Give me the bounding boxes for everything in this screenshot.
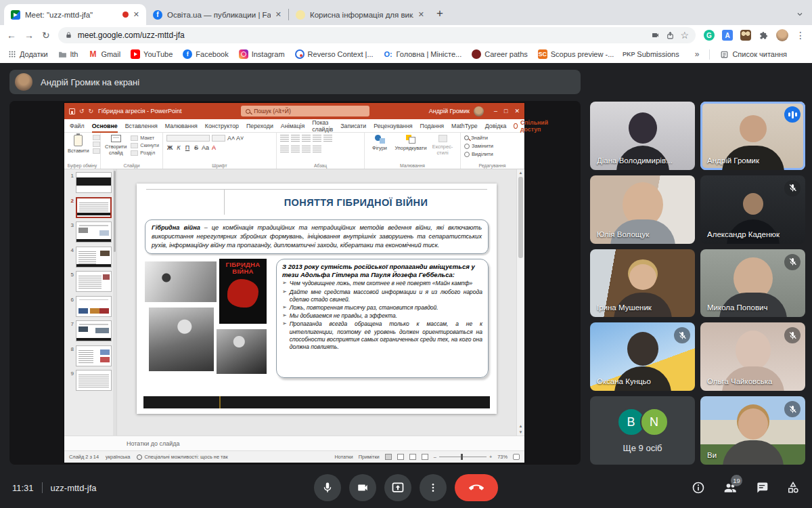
participant-tile[interactable]: Оксана Кунцьо (590, 322, 695, 391)
bookmark-reverso[interactable]: Reverso Context |... (295, 49, 374, 59)
address-bar[interactable]: meet.google.com/uzz-mttd-jfa ☆ (58, 27, 696, 43)
section-label: Розділ (140, 150, 155, 156)
clipboard-small-buttons (93, 135, 100, 154)
bookmark-gmail[interactable]: M Gmail (88, 49, 120, 59)
ribbon-tab-insert: Вставлення (125, 119, 158, 133)
comments-toggle: Примітки (359, 454, 380, 460)
presenting-banner: Андрій Громик на екрані (9, 70, 581, 94)
bullet-arrow-icon: ➢ (282, 320, 287, 351)
slide-thumb-2-selected: 2 (66, 197, 114, 218)
mic-button[interactable] (314, 474, 341, 501)
tab-close-icon[interactable]: ✕ (275, 10, 281, 19)
participant-tile-speaking[interactable]: Андрій Громик (700, 102, 805, 170)
arrange-button: Упорядкувати (394, 135, 427, 151)
slide-footer-bar (143, 396, 490, 408)
ppt-body: 1 2 3 4 (64, 169, 524, 436)
thumb-number: 8 (66, 345, 74, 352)
meeting-details-button[interactable] (692, 481, 705, 494)
tab-meet[interactable]: Meet: "uzz-mttd-jfa" ✕ (4, 4, 146, 25)
italic-button: К (175, 144, 182, 151)
bookmark-facebook[interactable]: f Facebook (183, 49, 228, 59)
participants-button[interactable]: 19 (723, 481, 738, 494)
bookmark-ministry[interactable]: О: Головна | Міністе... (384, 49, 462, 59)
participant-tile[interactable]: Ольга Чайковська (700, 322, 805, 391)
replace-label: Замінити (472, 143, 493, 149)
bookmark-submissions[interactable]: PKP Submissions (624, 49, 679, 59)
scrollbar-thumb (518, 177, 523, 258)
quick-styles-label: Експрес-стилі (430, 144, 455, 156)
bookmark-label: Gmail (101, 50, 120, 58)
participant-name: Ірина Мушеник (597, 303, 652, 312)
bookmark-youtube[interactable]: YouTube (131, 49, 173, 59)
bookmark-label: Instagram (252, 50, 285, 58)
bookmark-label: YouTube (143, 50, 173, 58)
slide-title: ПОНЯТТЯ ГІБРИДНОЇ ВІЙНИ (225, 190, 487, 215)
bookmark-star-icon[interactable]: ☆ (680, 30, 689, 40)
forward-button[interactable]: → (24, 30, 34, 40)
self-view-tile[interactable]: Ви (700, 396, 805, 465)
tab-close-icon[interactable]: ✕ (418, 10, 424, 19)
definition-lead: Гібридна війна (152, 224, 200, 231)
owl-extension-icon[interactable] (740, 30, 751, 41)
reload-button[interactable]: ↻ (42, 30, 50, 40)
bookmark-career-paths[interactable]: Career paths (472, 49, 528, 59)
share-label: Спільний доступ (520, 119, 550, 133)
grammarly-extension-icon[interactable]: G (704, 30, 715, 41)
browser-menu-icon[interactable]: ⋮ (796, 30, 805, 40)
quick-access-toolbar: ↺ ↻ (69, 108, 93, 114)
participant-tile[interactable]: Александр Каденюк (700, 175, 805, 244)
scroll-up-icon: ▲ (519, 171, 523, 175)
facebook-favicon: f (153, 10, 162, 20)
participant-tile[interactable]: Микола Попович (700, 249, 805, 318)
bookmark-scopus[interactable]: SC Scopus preview -... (538, 49, 614, 59)
ribbon-tab-record: Записати (340, 119, 366, 133)
more-options-button[interactable] (420, 474, 447, 501)
tab-close-icon[interactable]: ✕ (133, 10, 139, 19)
extensions-puzzle-icon[interactable] (759, 30, 769, 41)
participant-name: Андрій Громик (707, 156, 759, 165)
maximize-icon: □ (504, 108, 508, 114)
paste-button: Вставити (68, 135, 89, 154)
accessibility-status: Спеціальні можливості: щось не так (144, 454, 227, 460)
participant-tile[interactable]: Ірина Мушеник (590, 249, 695, 318)
tab-osvita[interactable]: f Освіта.ua — публикации | Fac ✕ (146, 4, 288, 25)
participant-name: Ви (707, 451, 717, 459)
next-slide-icon: ▼ (519, 430, 523, 434)
tab-korysna[interactable]: Корисна інформація для викл ✕ (289, 4, 431, 25)
shared-screen-tile[interactable]: ↺ ↻ Гібридна агресія - PowerPoint Пошук … (9, 101, 581, 465)
bookmark-folder-lth[interactable]: lth (58, 50, 78, 58)
translate-extension-icon[interactable]: A (722, 30, 733, 41)
bookmarks-overflow-button[interactable]: » (695, 49, 700, 59)
ribbon-tab-file: Файл (70, 119, 85, 133)
activities-button[interactable] (786, 481, 800, 494)
participant-tile[interactable]: Діана Володимирів... (590, 102, 695, 170)
scopus-icon: SC (538, 49, 547, 59)
tab-search-chevron-icon[interactable] (796, 10, 804, 18)
share-icon[interactable] (666, 31, 675, 40)
bookmark-instagram[interactable]: Instagram (239, 49, 285, 59)
slide-thumb-8: 8 (66, 345, 114, 366)
present-button[interactable] (384, 474, 411, 501)
reading-list-button[interactable]: Список читання (720, 50, 787, 59)
camera-button[interactable] (349, 474, 376, 501)
bookmark-label: lth (70, 50, 78, 58)
more-participants-tile[interactable]: B N Ще 9 осіб (590, 396, 695, 465)
slide-header-rule (146, 190, 225, 215)
bookmark-apps[interactable]: Додатки (8, 50, 48, 58)
camera-in-use-icon[interactable] (650, 31, 660, 39)
browser-toolbar: ← → ↻ meet.google.com/uzz-mttd-jfa ☆ G A… (0, 25, 812, 45)
participant-tile[interactable]: Юлія Волощук (590, 175, 695, 244)
back-button[interactable]: ← (7, 30, 16, 40)
find-icon (464, 135, 469, 140)
bullet-text: Мы добиваемся не правды, а эффекта. (290, 312, 397, 320)
find-label: Знайти (471, 135, 488, 141)
end-call-button[interactable] (455, 474, 498, 501)
slide-thumb-7: 7 (66, 320, 114, 341)
layout-label: Макет (140, 135, 154, 141)
chat-button[interactable] (755, 481, 769, 494)
bullet-text: Пропаганда всегда обращена только к масс… (290, 320, 482, 351)
footer-tick (219, 396, 221, 408)
browser-profile-avatar[interactable] (776, 29, 788, 41)
tab-title: Meet: "uzz-mttd-jfa" (25, 11, 118, 19)
new-tab-button[interactable]: + (436, 7, 443, 20)
